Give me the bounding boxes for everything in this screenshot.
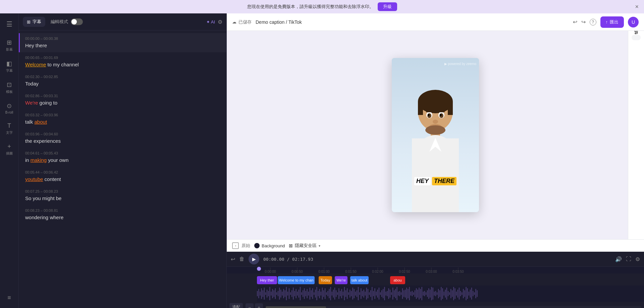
export-button[interactable]: ↑ 匯出 — [600, 16, 624, 28]
svg-rect-53 — [304, 288, 305, 299]
svg-rect-168 — [463, 289, 464, 298]
original-label: 原始 — [241, 243, 250, 249]
background-indicator[interactable]: Background — [254, 243, 285, 248]
svg-rect-39 — [284, 290, 285, 297]
svg-rect-26 — [267, 290, 267, 298]
volume-button[interactable]: 🔊 — [615, 256, 622, 262]
redo-button[interactable]: ↪ — [581, 19, 586, 25]
sidebar-item-bottom[interactable]: ≡ — [1, 292, 17, 304]
subtitle-timestamp: 00:03.96 – 00:04.60 — [25, 132, 221, 136]
play-button[interactable]: ▶ — [249, 254, 259, 264]
svg-rect-121 — [398, 292, 398, 296]
fullscreen-button[interactable]: ⛶ — [626, 256, 631, 262]
timeline-scrollbar[interactable] — [266, 306, 641, 308]
subtitle-text: We're going to — [25, 99, 221, 106]
help-icon: ? — [590, 19, 596, 25]
svg-rect-3 — [448, 102, 453, 115]
svg-rect-30 — [272, 289, 273, 298]
timeline-delete-button[interactable]: 🗑 — [239, 256, 245, 262]
svg-rect-59 — [312, 288, 313, 299]
sidebar-item-subtitles[interactable]: ◧ 字幕 — [1, 57, 17, 76]
hamburger-button[interactable]: ☰ — [4, 17, 15, 31]
caption-chip[interactable]: abou — [390, 276, 405, 284]
video-caption: HEY THERE — [414, 177, 457, 185]
caption-button[interactable]: ⊞ 字幕 — [23, 17, 45, 27]
svg-rect-22 — [261, 288, 262, 299]
subtitle-item[interactable]: 00:07.25 – 00:08.23 So you might be — [19, 186, 226, 205]
svg-rect-154 — [443, 292, 444, 296]
svg-rect-90 — [355, 292, 356, 296]
ai-button[interactable]: ✦ AI — [206, 19, 215, 24]
svg-rect-42 — [289, 288, 289, 299]
svg-rect-161 — [453, 287, 454, 300]
svg-rect-69 — [326, 292, 327, 295]
svg-rect-110 — [383, 289, 383, 298]
caption-chip[interactable]: Welcome to my chan — [278, 276, 315, 284]
subtitle-item[interactable]: 00:02.86 – 00:03.31 We're going to — [19, 90, 226, 110]
subtitle-item[interactable]: 00:02.30 – 00:02.85 Today — [19, 71, 226, 90]
chevron-down-icon: ▾ — [319, 244, 320, 248]
subtitle-timestamp: 00:03.32 – 00:03.96 — [25, 113, 221, 117]
subtitle-list: 00:00.00 – 00:00.38 Hey there 00:00.65 –… — [19, 30, 226, 308]
svg-rect-130 — [410, 292, 411, 296]
subtitle-item[interactable]: 00:08.23 – 00:08.81 wondering where — [19, 205, 226, 224]
subtitle-item[interactable]: 00:03.96 – 00:04.60 the experiences — [19, 129, 226, 148]
svg-rect-166 — [460, 291, 461, 296]
zoom-out-button[interactable]: − — [246, 303, 254, 308]
zoom-in-button[interactable]: + — [255, 303, 263, 308]
sidebar-item-captions[interactable]: ⊞ 影幕 — [1, 36, 17, 55]
time-display: 00:00.00 / 02:17.93 — [263, 257, 313, 262]
subtitle-item[interactable]: 00:03.32 – 00:03.96 talk about — [19, 110, 226, 129]
svg-rect-143 — [428, 288, 429, 299]
caption-label: 字幕 — [33, 19, 41, 25]
panel-settings-button[interactable]: ⚙ — [218, 19, 222, 25]
safe-zone-toggle[interactable]: ⊠ 隱藏安全區 ▾ — [289, 243, 320, 249]
caption-chip[interactable]: Today — [319, 276, 332, 284]
svg-rect-170 — [466, 287, 466, 300]
svg-rect-2 — [418, 102, 423, 115]
main-layout: ☰ ⊞ 影幕 ◧ 字幕 ⊡ 模板 ⊙ B-roll T 文字 + 插圖 ≡ — [0, 13, 644, 308]
caption-chip[interactable]: We're — [335, 276, 347, 284]
user-avatar[interactable]: U — [628, 17, 639, 27]
subtitle-item[interactable]: 00:04.61 – 00:05.43 in making your own — [19, 148, 226, 167]
subtitle-item[interactable]: 00:05.44 – 00:06.42 youtube content — [19, 167, 226, 186]
edit-mode-toggle[interactable] — [71, 18, 83, 25]
banner-close-button[interactable]: × — [635, 3, 639, 10]
undo-button[interactable]: ↩ — [573, 19, 577, 25]
style-panel-button[interactable]: 樣式 — [632, 35, 641, 40]
svg-rect-45 — [293, 288, 293, 300]
upgrade-button[interactable]: 升級 — [378, 2, 397, 11]
svg-rect-92 — [358, 287, 359, 300]
subtitle-text: Welcome to my channel — [25, 61, 221, 68]
svg-rect-96 — [363, 290, 364, 298]
video-container: ▶ powered by zeemo HEY THERE — [392, 58, 479, 212]
text-label: 文字 — [6, 130, 13, 135]
svg-rect-93 — [359, 292, 360, 295]
svg-rect-17 — [426, 111, 433, 112]
original-toggle[interactable]: 原始 — [232, 242, 250, 249]
sidebar-item-templates[interactable]: ⊡ 模板 — [1, 78, 17, 97]
sidebar-item-broll[interactable]: ⊙ B-roll — [1, 100, 17, 117]
caption-chip[interactable]: talk about — [350, 276, 369, 284]
sidebar-item-add[interactable]: + 插圖 — [1, 140, 17, 159]
svg-rect-61 — [315, 290, 316, 298]
svg-rect-33 — [276, 292, 277, 295]
svg-rect-36 — [280, 290, 281, 298]
help-button[interactable]: ? — [590, 19, 596, 25]
timeline-settings-button[interactable]: ⚙ — [635, 256, 640, 262]
subtitle-item[interactable]: 00:00.00 – 00:00.38 Hey there — [19, 33, 226, 52]
caption-chip[interactable]: Hey ther — [257, 276, 277, 284]
subtitle-panel: ⊞ 字幕 編輯模式 ✦ AI ⚙ 00:00.00 – 00:00.38 Hey… — [19, 13, 227, 308]
sidebar-item-text[interactable]: T 文字 — [1, 120, 17, 138]
svg-rect-97 — [365, 292, 365, 296]
timeline-undo-button[interactable]: ↩ — [231, 256, 235, 262]
subtitle-timestamp: 00:00.00 – 00:00.38 — [25, 37, 221, 41]
svg-rect-67 — [323, 290, 324, 297]
subtitle-item[interactable]: 00:00.65 – 00:01.69 Welcome to my channe… — [19, 52, 226, 71]
svg-rect-117 — [392, 288, 393, 300]
svg-rect-88 — [352, 288, 353, 300]
svg-rect-107 — [379, 288, 379, 300]
svg-rect-108 — [380, 292, 381, 295]
svg-rect-6 — [412, 138, 459, 212]
fit-button[interactable]: 適配 — [229, 303, 243, 308]
